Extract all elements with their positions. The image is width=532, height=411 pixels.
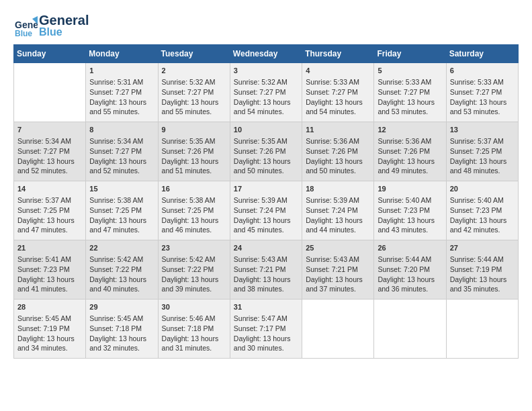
cell-content-line: Sunrise: 5:36 AM [306, 136, 370, 146]
calendar-cell: 25Sunrise: 5:43 AMSunset: 7:21 PMDayligh… [302, 240, 374, 300]
calendar-cell: 4Sunrise: 5:33 AMSunset: 7:27 PMDaylight… [302, 63, 374, 122]
cell-content-line: Sunset: 7:23 PM [450, 205, 515, 216]
cell-content-line: Daylight: 13 hours [378, 275, 442, 285]
logo: Gene Blue General Blue [13, 13, 89, 38]
calendar-cell: 21Sunrise: 5:41 AMSunset: 7:23 PMDayligh… [14, 240, 86, 300]
day-number: 22 [89, 243, 154, 253]
day-number: 19 [378, 184, 442, 194]
day-number: 16 [162, 184, 226, 194]
cell-content-line: Sunset: 7:26 PM [306, 146, 370, 156]
day-number: 15 [89, 184, 154, 194]
cell-content-line: and 46 minutes. [162, 225, 226, 235]
calendar-cell: 19Sunrise: 5:40 AMSunset: 7:23 PMDayligh… [374, 181, 446, 240]
cell-content-line: Daylight: 13 hours [89, 275, 154, 285]
cell-content-line: Sunrise: 5:34 AM [89, 136, 154, 146]
cell-content-line: Sunset: 7:24 PM [234, 205, 298, 216]
cell-content-line: and 54 minutes. [306, 107, 370, 117]
calendar-cell: 5Sunrise: 5:33 AMSunset: 7:27 PMDaylight… [374, 63, 446, 122]
calendar-cell: 28Sunrise: 5:45 AMSunset: 7:19 PMDayligh… [14, 300, 86, 359]
calendar-cell: 16Sunrise: 5:38 AMSunset: 7:25 PMDayligh… [158, 181, 230, 240]
day-number: 18 [306, 184, 370, 194]
cell-content-line: and 41 minutes. [17, 284, 82, 294]
cell-content-line: Sunrise: 5:45 AM [89, 314, 154, 324]
cell-content-line: Daylight: 13 hours [234, 156, 298, 167]
cell-content-line: Sunset: 7:21 PM [306, 265, 370, 275]
cell-content-line: Sunset: 7:24 PM [306, 205, 370, 216]
cell-content-line: Sunset: 7:19 PM [450, 265, 515, 275]
day-number: 2 [162, 66, 226, 76]
logo-line1: General [39, 13, 89, 27]
calendar-cell: 2Sunrise: 5:32 AMSunset: 7:27 PMDaylight… [158, 63, 230, 122]
day-number: 1 [89, 66, 154, 76]
calendar-cell: 1Sunrise: 5:31 AMSunset: 7:27 PMDaylight… [86, 63, 158, 122]
day-header-thursday: Thursday [302, 45, 374, 63]
cell-content-line: and 34 minutes. [17, 343, 82, 353]
cell-content-line: Sunset: 7:26 PM [234, 146, 298, 156]
cell-content-line: and 51 minutes. [162, 166, 226, 176]
cell-content-line: Daylight: 13 hours [234, 334, 298, 344]
cell-content-line: Sunset: 7:27 PM [162, 87, 226, 97]
day-number: 17 [234, 184, 298, 194]
cell-content-line: Sunrise: 5:40 AM [378, 195, 442, 205]
day-header-saturday: Saturday [446, 45, 518, 63]
cell-content-line: Daylight: 13 hours [306, 97, 370, 107]
svg-text:Blue: Blue [15, 29, 32, 38]
cell-content-line: Sunrise: 5:34 AM [17, 136, 82, 146]
cell-content-line: Sunset: 7:19 PM [17, 324, 82, 334]
calendar-cell: 11Sunrise: 5:36 AMSunset: 7:26 PMDayligh… [302, 122, 374, 181]
cell-content-line: Sunset: 7:27 PM [89, 146, 154, 156]
cell-content-line: Daylight: 13 hours [89, 216, 154, 226]
cell-content-line: Sunset: 7:27 PM [17, 146, 82, 156]
cell-content-line: and 30 minutes. [234, 343, 298, 353]
page-header: Gene Blue General Blue [13, 13, 519, 38]
cell-content-line: Sunrise: 5:40 AM [450, 195, 515, 205]
cell-content-line: and 35 minutes. [450, 284, 515, 294]
cell-content-line: Sunset: 7:22 PM [89, 265, 154, 275]
calendar-cell: 23Sunrise: 5:42 AMSunset: 7:22 PMDayligh… [158, 240, 230, 300]
day-number: 12 [378, 125, 442, 135]
cell-content-line: Sunrise: 5:38 AM [162, 195, 226, 205]
cell-content-line: Daylight: 13 hours [89, 97, 154, 107]
calendar-cell: 8Sunrise: 5:34 AMSunset: 7:27 PMDaylight… [86, 122, 158, 181]
cell-content-line: Daylight: 13 hours [17, 216, 82, 226]
cell-content-line: Sunset: 7:27 PM [234, 87, 298, 97]
calendar-week-row: 7Sunrise: 5:34 AMSunset: 7:27 PMDaylight… [14, 122, 519, 181]
cell-content-line: and 53 minutes. [378, 107, 442, 117]
cell-content-line: and 42 minutes. [450, 225, 515, 235]
calendar-cell [302, 300, 374, 359]
cell-content-line: and 47 minutes. [17, 225, 82, 235]
day-number: 6 [450, 66, 515, 76]
cell-content-line: and 50 minutes. [306, 166, 370, 176]
day-number: 5 [378, 66, 442, 76]
cell-content-line: Sunrise: 5:39 AM [306, 195, 370, 205]
calendar-week-row: 1Sunrise: 5:31 AMSunset: 7:27 PMDaylight… [14, 63, 519, 122]
day-header-monday: Monday [86, 45, 158, 63]
cell-content-line: Sunrise: 5:32 AM [162, 77, 226, 87]
day-number: 10 [234, 125, 298, 135]
calendar-cell: 27Sunrise: 5:44 AMSunset: 7:19 PMDayligh… [446, 240, 518, 300]
cell-content-line: Sunset: 7:18 PM [162, 324, 226, 334]
day-number: 13 [450, 125, 515, 135]
cell-content-line: Daylight: 13 hours [162, 97, 226, 107]
calendar-cell [446, 300, 518, 359]
cell-content-line: Sunrise: 5:42 AM [89, 255, 154, 265]
cell-content-line: Sunrise: 5:47 AM [234, 314, 298, 324]
day-number: 20 [450, 184, 515, 194]
cell-content-line: and 43 minutes. [378, 225, 442, 235]
day-number: 8 [89, 125, 154, 135]
calendar-cell: 30Sunrise: 5:46 AMSunset: 7:18 PMDayligh… [158, 300, 230, 359]
cell-content-line: and 47 minutes. [89, 225, 154, 235]
calendar-cell: 20Sunrise: 5:40 AMSunset: 7:23 PMDayligh… [446, 181, 518, 240]
cell-content-line: Daylight: 13 hours [306, 275, 370, 285]
cell-content-line: Sunrise: 5:45 AM [17, 314, 82, 324]
calendar-table: SundayMondayTuesdayWednesdayThursdayFrid… [13, 44, 519, 359]
cell-content-line: Sunset: 7:22 PM [162, 265, 226, 275]
calendar-cell: 29Sunrise: 5:45 AMSunset: 7:18 PMDayligh… [86, 300, 158, 359]
calendar-cell: 31Sunrise: 5:47 AMSunset: 7:17 PMDayligh… [230, 300, 302, 359]
cell-content-line: Sunrise: 5:33 AM [450, 77, 515, 87]
calendar-header-row: SundayMondayTuesdayWednesdayThursdayFrid… [14, 45, 519, 63]
cell-content-line: and 44 minutes. [306, 225, 370, 235]
cell-content-line: Sunrise: 5:31 AM [89, 77, 154, 87]
cell-content-line: and 48 minutes. [450, 166, 515, 176]
cell-content-line: Sunset: 7:27 PM [89, 87, 154, 97]
